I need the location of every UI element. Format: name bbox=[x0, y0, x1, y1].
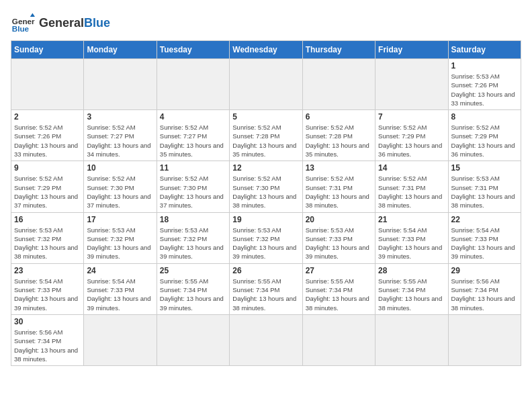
day-info: Sunrise: 5:54 AMSunset: 7:33 PMDaylight:… bbox=[87, 277, 153, 312]
calendar-cell bbox=[84, 314, 157, 365]
day-info: Sunrise: 5:52 AMSunset: 7:26 PMDaylight:… bbox=[14, 123, 81, 158]
day-info: Sunrise: 5:52 AMSunset: 7:31 PMDaylight:… bbox=[306, 174, 372, 210]
calendar-cell: 23Sunrise: 5:54 AMSunset: 7:33 PMDayligh… bbox=[11, 263, 84, 314]
week-row-5: 30Sunrise: 5:56 AMSunset: 7:34 PMDayligh… bbox=[11, 314, 521, 365]
day-number: 19 bbox=[232, 215, 299, 224]
calendar-cell: 8Sunrise: 5:52 AMSunset: 7:29 PMDaylight… bbox=[448, 110, 521, 161]
calendar-cell: 29Sunrise: 5:56 AMSunset: 7:34 PMDayligh… bbox=[448, 263, 521, 314]
calendar-cell bbox=[157, 314, 229, 365]
day-info: Sunrise: 5:54 AMSunset: 7:33 PMDaylight:… bbox=[14, 277, 81, 312]
calendar-cell: 24Sunrise: 5:54 AMSunset: 7:33 PMDayligh… bbox=[84, 263, 157, 314]
day-number: 13 bbox=[306, 163, 372, 173]
day-number: 5 bbox=[232, 112, 299, 122]
calendar-cell bbox=[375, 59, 448, 110]
day-info: Sunrise: 5:52 AMSunset: 7:30 PMDaylight:… bbox=[87, 174, 153, 210]
weekday-header-row: SundayMondayTuesdayWednesdayThursdayFrid… bbox=[11, 41, 521, 59]
day-info: Sunrise: 5:52 AMSunset: 7:28 PMDaylight:… bbox=[306, 123, 372, 158]
calendar-cell: 21Sunrise: 5:54 AMSunset: 7:33 PMDayligh… bbox=[375, 212, 448, 263]
calendar-cell: 28Sunrise: 5:55 AMSunset: 7:34 PMDayligh… bbox=[375, 263, 448, 314]
day-number: 1 bbox=[451, 61, 518, 71]
calendar-cell: 19Sunrise: 5:53 AMSunset: 7:32 PMDayligh… bbox=[230, 212, 302, 263]
calendar-cell: 17Sunrise: 5:53 AMSunset: 7:32 PMDayligh… bbox=[84, 212, 157, 263]
calendar-cell: 26Sunrise: 5:55 AMSunset: 7:34 PMDayligh… bbox=[230, 263, 302, 314]
calendar-cell: 7Sunrise: 5:52 AMSunset: 7:29 PMDaylight… bbox=[375, 110, 448, 161]
day-number: 18 bbox=[160, 215, 226, 224]
header: General Blue GeneralBlue bbox=[11, 11, 521, 35]
day-info: Sunrise: 5:54 AMSunset: 7:33 PMDaylight:… bbox=[378, 226, 445, 261]
day-info: Sunrise: 5:54 AMSunset: 7:33 PMDaylight:… bbox=[451, 226, 518, 261]
calendar: SundayMondayTuesdayWednesdayThursdayFrid… bbox=[11, 40, 521, 366]
calendar-cell: 22Sunrise: 5:54 AMSunset: 7:33 PMDayligh… bbox=[448, 212, 521, 263]
day-info: Sunrise: 5:56 AMSunset: 7:34 PMDaylight:… bbox=[14, 328, 81, 363]
calendar-cell bbox=[302, 59, 375, 110]
day-info: Sunrise: 5:52 AMSunset: 7:30 PMDaylight:… bbox=[232, 174, 299, 210]
calendar-cell: 10Sunrise: 5:52 AMSunset: 7:30 PMDayligh… bbox=[84, 161, 157, 212]
day-number: 25 bbox=[160, 266, 226, 275]
day-number: 17 bbox=[87, 215, 153, 224]
day-info: Sunrise: 5:55 AMSunset: 7:34 PMDaylight:… bbox=[306, 277, 372, 312]
calendar-cell bbox=[302, 314, 375, 365]
calendar-cell bbox=[375, 314, 448, 365]
day-number: 24 bbox=[87, 266, 153, 275]
day-number: 15 bbox=[451, 163, 518, 173]
week-row-4: 23Sunrise: 5:54 AMSunset: 7:33 PMDayligh… bbox=[11, 263, 521, 314]
calendar-cell: 13Sunrise: 5:52 AMSunset: 7:31 PMDayligh… bbox=[302, 161, 375, 212]
week-row-1: 2Sunrise: 5:52 AMSunset: 7:26 PMDaylight… bbox=[11, 110, 521, 161]
day-number: 2 bbox=[14, 112, 81, 122]
day-info: Sunrise: 5:52 AMSunset: 7:29 PMDaylight:… bbox=[14, 174, 81, 210]
day-number: 21 bbox=[378, 215, 445, 224]
day-info: Sunrise: 5:53 AMSunset: 7:32 PMDaylight:… bbox=[232, 226, 299, 261]
day-number: 30 bbox=[14, 317, 81, 326]
day-number: 12 bbox=[232, 163, 299, 173]
day-info: Sunrise: 5:55 AMSunset: 7:34 PMDaylight:… bbox=[160, 277, 226, 312]
calendar-cell: 2Sunrise: 5:52 AMSunset: 7:26 PMDaylight… bbox=[11, 110, 84, 161]
day-info: Sunrise: 5:52 AMSunset: 7:30 PMDaylight:… bbox=[160, 174, 226, 210]
day-info: Sunrise: 5:53 AMSunset: 7:26 PMDaylight:… bbox=[451, 72, 518, 107]
day-number: 28 bbox=[378, 266, 445, 275]
weekday-header-friday: Friday bbox=[375, 41, 448, 59]
weekday-header-monday: Monday bbox=[84, 41, 157, 59]
calendar-cell: 6Sunrise: 5:52 AMSunset: 7:28 PMDaylight… bbox=[302, 110, 375, 161]
weekday-header-tuesday: Tuesday bbox=[157, 41, 229, 59]
day-number: 7 bbox=[378, 112, 445, 122]
day-number: 23 bbox=[14, 266, 81, 275]
day-number: 29 bbox=[451, 266, 518, 275]
day-number: 16 bbox=[14, 215, 81, 224]
day-info: Sunrise: 5:52 AMSunset: 7:31 PMDaylight:… bbox=[378, 174, 445, 210]
week-row-2: 9Sunrise: 5:52 AMSunset: 7:29 PMDaylight… bbox=[11, 161, 521, 212]
day-info: Sunrise: 5:53 AMSunset: 7:32 PMDaylight:… bbox=[14, 226, 81, 261]
day-info: Sunrise: 5:52 AMSunset: 7:29 PMDaylight:… bbox=[378, 123, 445, 158]
calendar-cell bbox=[11, 59, 84, 110]
day-info: Sunrise: 5:55 AMSunset: 7:34 PMDaylight:… bbox=[378, 277, 445, 312]
week-row-0: 1Sunrise: 5:53 AMSunset: 7:26 PMDaylight… bbox=[11, 59, 521, 110]
logo-icon: General Blue bbox=[11, 11, 35, 35]
calendar-cell: 9Sunrise: 5:52 AMSunset: 7:29 PMDaylight… bbox=[11, 161, 84, 212]
day-number: 14 bbox=[378, 163, 445, 173]
day-number: 26 bbox=[232, 266, 299, 275]
calendar-cell: 5Sunrise: 5:52 AMSunset: 7:28 PMDaylight… bbox=[230, 110, 302, 161]
calendar-cell bbox=[448, 314, 521, 365]
day-number: 11 bbox=[160, 163, 226, 173]
svg-marker-2 bbox=[30, 13, 35, 17]
day-number: 3 bbox=[87, 112, 153, 122]
calendar-cell bbox=[230, 59, 302, 110]
logo-general: General bbox=[39, 16, 84, 30]
day-number: 9 bbox=[14, 163, 81, 173]
calendar-cell: 15Sunrise: 5:53 AMSunset: 7:31 PMDayligh… bbox=[448, 161, 521, 212]
day-number: 4 bbox=[160, 112, 226, 122]
svg-text:Blue: Blue bbox=[12, 24, 30, 33]
calendar-cell: 3Sunrise: 5:52 AMSunset: 7:27 PMDaylight… bbox=[84, 110, 157, 161]
day-number: 10 bbox=[87, 163, 153, 173]
calendar-cell: 16Sunrise: 5:53 AMSunset: 7:32 PMDayligh… bbox=[11, 212, 84, 263]
calendar-cell: 14Sunrise: 5:52 AMSunset: 7:31 PMDayligh… bbox=[375, 161, 448, 212]
calendar-cell bbox=[157, 59, 229, 110]
logo-blue: Blue bbox=[84, 16, 110, 30]
day-info: Sunrise: 5:56 AMSunset: 7:34 PMDaylight:… bbox=[451, 277, 518, 312]
calendar-cell: 11Sunrise: 5:52 AMSunset: 7:30 PMDayligh… bbox=[157, 161, 229, 212]
calendar-cell: 1Sunrise: 5:53 AMSunset: 7:26 PMDaylight… bbox=[448, 59, 521, 110]
day-info: Sunrise: 5:53 AMSunset: 7:32 PMDaylight:… bbox=[87, 226, 153, 261]
calendar-cell: 12Sunrise: 5:52 AMSunset: 7:30 PMDayligh… bbox=[230, 161, 302, 212]
calendar-cell: 20Sunrise: 5:53 AMSunset: 7:33 PMDayligh… bbox=[302, 212, 375, 263]
weekday-header-sunday: Sunday bbox=[11, 41, 84, 59]
day-number: 8 bbox=[451, 112, 518, 122]
